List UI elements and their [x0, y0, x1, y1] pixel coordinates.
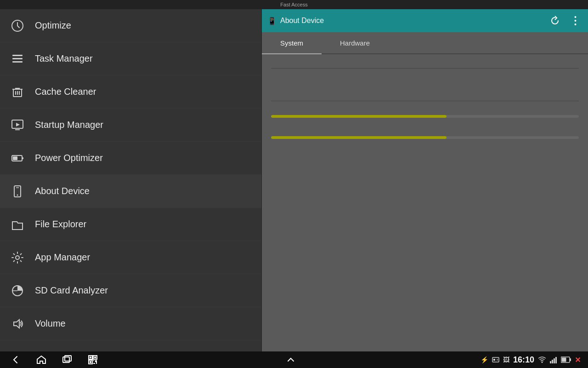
tab-system[interactable]: System — [262, 33, 322, 54]
tabs-bar: System Hardware — [262, 32, 588, 54]
usb-icon: ⚡ — [481, 356, 488, 363]
more-options-button[interactable] — [568, 13, 582, 28]
content-area — [262, 54, 588, 351]
tab-hardware[interactable]: Hardware — [322, 33, 388, 54]
play-icon — [9, 117, 26, 133]
svg-point-47 — [541, 362, 543, 363]
status-center — [283, 351, 299, 368]
signal-icon — [550, 356, 557, 363]
svg-rect-36 — [94, 356, 96, 358]
pie-icon — [9, 282, 26, 299]
storage-icon — [492, 356, 499, 363]
top-bar-title: Fast Access — [280, 2, 307, 7]
trash-icon — [9, 84, 26, 100]
svg-point-28 — [574, 20, 576, 22]
sidebar-item-task-manager[interactable]: Task Manager — [0, 42, 261, 75]
svg-rect-49 — [552, 360, 553, 363]
home-button[interactable] — [33, 351, 50, 368]
sidebar-item-cache-cleaner[interactable]: Cache Cleaner — [0, 75, 261, 109]
sidebar-item-screen-checker[interactable]: Screen Checker — [0, 340, 261, 351]
status-right: ⚡ 🖼 16:10 — [481, 355, 581, 365]
sidebar-item-volume[interactable]: Volume — [0, 307, 261, 340]
svg-rect-41 — [93, 363, 95, 364]
tab-hardware-label: Hardware — [340, 39, 370, 47]
sidebar-item-app-manager[interactable]: App Manager — [0, 241, 261, 274]
svg-rect-44 — [493, 359, 495, 361]
svg-marker-9 — [16, 123, 20, 126]
sd-card-analyzer-label: SD Card Analyzer — [35, 285, 108, 296]
wifi-icon — [538, 356, 546, 363]
svg-rect-34 — [90, 356, 91, 358]
main-area: Optimize Task Manager — [0, 9, 588, 351]
app-manager-label: App Manager — [35, 252, 90, 263]
startup-manager-label: Startup Manager — [35, 120, 103, 130]
status-nav-left — [7, 351, 101, 368]
progress-row-1 — [271, 106, 579, 127]
recents-button[interactable] — [59, 351, 75, 368]
svg-rect-53 — [570, 358, 571, 361]
right-panel: 📱 About Device — [262, 9, 588, 351]
right-header-title: 📱 About Device — [267, 17, 548, 25]
sidebar: Optimize Task Manager — [0, 9, 262, 351]
right-header-label: About Device — [280, 17, 324, 25]
about-device-label: About Device — [35, 186, 90, 196]
svg-rect-13 — [13, 156, 17, 160]
cache-cleaner-label: Cache Cleaner — [35, 86, 96, 97]
sidebar-item-about-device[interactable]: About Device — [0, 175, 261, 208]
device-icon — [9, 183, 26, 200]
tab-system-label: System — [280, 39, 303, 47]
expand-button[interactable] — [283, 351, 299, 368]
svg-marker-30 — [37, 356, 45, 363]
device-header-icon: 📱 — [267, 17, 277, 25]
battery-status-icon — [561, 356, 571, 363]
svg-point-29 — [574, 23, 576, 25]
right-header: 📱 About Device — [262, 9, 588, 32]
sidebar-item-optimize[interactable]: Optimize — [0, 9, 261, 42]
progress-bar-container-2 — [271, 136, 579, 139]
qr-button[interactable] — [85, 351, 101, 368]
sidebar-item-power-optimizer[interactable]: Power Optimizer — [0, 142, 261, 175]
svg-rect-42 — [96, 362, 97, 364]
svg-rect-1 — [12, 55, 23, 56]
top-bar: Fast Access — [0, 0, 588, 9]
divider-1 — [271, 68, 579, 69]
clock-icon — [9, 17, 26, 34]
svg-rect-48 — [550, 361, 551, 363]
svg-rect-2 — [12, 58, 23, 59]
status-bar: ⚡ 🖼 16:10 — [0, 351, 588, 368]
back-button[interactable] — [7, 351, 24, 368]
svg-point-17 — [16, 256, 19, 259]
optimize-label: Optimize — [35, 20, 71, 31]
folder-icon — [9, 216, 26, 233]
list-icon — [9, 51, 26, 67]
svg-rect-50 — [554, 358, 555, 363]
svg-rect-40 — [95, 360, 97, 362]
speaker-icon — [9, 316, 26, 332]
svg-rect-38 — [90, 361, 91, 363]
svg-rect-12 — [22, 157, 23, 159]
volume-label: Volume — [35, 318, 66, 329]
svg-point-15 — [17, 194, 18, 196]
svg-rect-32 — [65, 356, 71, 361]
refresh-button[interactable] — [548, 13, 562, 28]
sidebar-item-file-explorer[interactable]: File Explorer — [0, 208, 261, 241]
svg-point-27 — [574, 16, 576, 18]
sidebar-item-startup-manager[interactable]: Startup Manager — [0, 109, 261, 142]
svg-rect-3 — [12, 61, 23, 63]
power-optimizer-label: Power Optimizer — [35, 153, 103, 163]
progress-bar-fill-1 — [271, 115, 447, 118]
svg-rect-39 — [93, 360, 94, 361]
status-time: 16:10 — [513, 355, 534, 365]
file-explorer-label: File Explorer — [35, 219, 86, 230]
photo-icon: 🖼 — [503, 356, 509, 363]
x-icon: ✕ — [575, 356, 581, 364]
svg-rect-54 — [561, 358, 566, 362]
right-header-actions — [548, 13, 582, 28]
progress-bar-container-1 — [271, 115, 579, 118]
sidebar-item-sd-card-analyzer[interactable]: SD Card Analyzer — [0, 274, 261, 307]
battery-icon — [9, 150, 26, 167]
gear-icon — [9, 249, 26, 266]
svg-rect-51 — [555, 357, 557, 363]
divider-2 — [271, 101, 579, 101]
progress-bar-fill-2 — [271, 136, 447, 139]
